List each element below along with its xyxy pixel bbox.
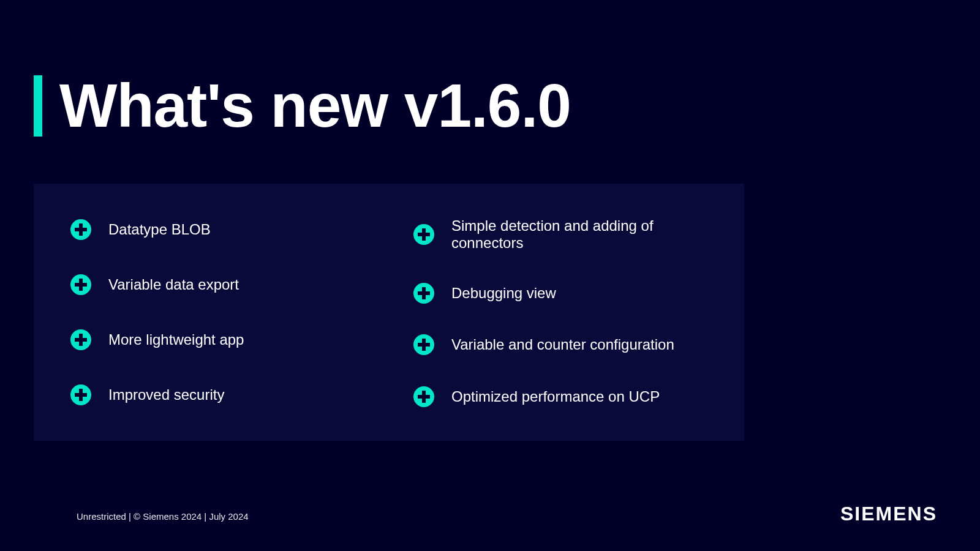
title-wrapper: What's new v1.6.0 (34, 70, 571, 141)
feature-text: Optimized performance on UCP (451, 388, 660, 405)
feature-text: Variable data export (108, 276, 239, 293)
plus-icon (413, 283, 434, 304)
feature-text: Debugging view (451, 285, 556, 302)
feature-text: More lightweight app (108, 331, 244, 348)
feature-text: Datatype BLOB (108, 221, 211, 238)
plus-icon (70, 274, 91, 295)
footer-copyright: Unrestricted | © Siemens 2024 | July 202… (77, 511, 249, 522)
page-title: What's new v1.6.0 (59, 70, 571, 141)
plus-icon (413, 334, 434, 355)
plus-icon (413, 386, 434, 407)
plus-icon (413, 224, 434, 245)
feature-item: Datatype BLOB (70, 219, 364, 240)
feature-text: Simple detection and adding of connector… (451, 217, 707, 252)
feature-item: More lightweight app (70, 329, 364, 350)
feature-item: Variable and counter configuration (413, 334, 707, 355)
features-column-right: Simple detection and adding of connector… (389, 202, 707, 422)
features-panel: Datatype BLOB Variable data export More … (34, 184, 744, 441)
feature-text: Improved security (108, 386, 224, 403)
title-accent-bar (34, 75, 42, 137)
feature-item: Optimized performance on UCP (413, 386, 707, 407)
plus-icon (70, 219, 91, 240)
siemens-logo: SIEMENS (840, 503, 937, 525)
feature-text: Variable and counter configuration (451, 336, 674, 353)
feature-item: Debugging view (413, 283, 707, 304)
plus-icon (70, 384, 91, 405)
plus-icon (70, 329, 91, 350)
features-column-left: Datatype BLOB Variable data export More … (70, 202, 389, 422)
feature-item: Simple detection and adding of connector… (413, 217, 707, 252)
feature-item: Improved security (70, 384, 364, 405)
feature-item: Variable data export (70, 274, 364, 295)
